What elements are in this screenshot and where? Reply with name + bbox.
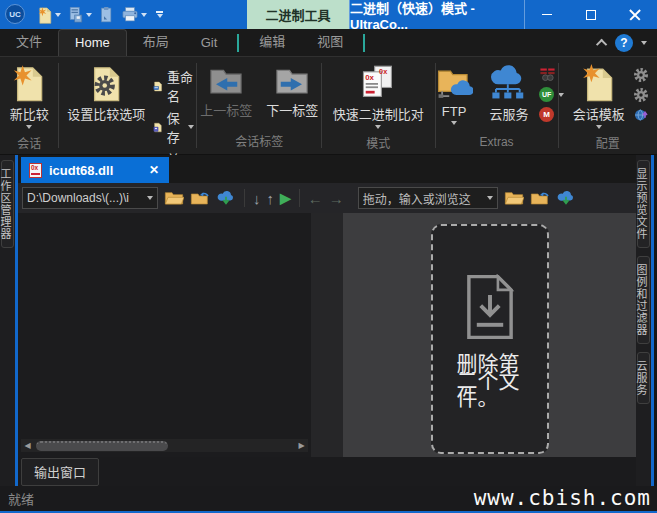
- tab-home[interactable]: Home: [58, 29, 127, 56]
- svg-text:0x: 0x: [379, 67, 387, 76]
- tab-file[interactable]: 文件: [0, 26, 58, 56]
- rename-button[interactable]: 重命名: [153, 67, 194, 105]
- dropdown-caret-icon: [141, 13, 147, 17]
- close-button[interactable]: [613, 0, 657, 29]
- cloud-services-button[interactable]: 云服务: [481, 61, 537, 126]
- tab-git[interactable]: Git: [185, 30, 234, 56]
- collapse-ribbon-icon[interactable]: [596, 39, 607, 50]
- app-logo-icon[interactable]: UC: [5, 4, 25, 24]
- copy-button[interactable]: [68, 6, 92, 24]
- gear-icon: [633, 67, 649, 83]
- ribbon-tab-bar: 文件 Home 布局 Git 编辑 视图 ?: [0, 29, 657, 57]
- left-file-panel[interactable]: ◀ ▶: [18, 213, 311, 457]
- double-caret-icon: [157, 14, 163, 18]
- compare-options-doc-icon: [89, 64, 123, 102]
- new-compare-button[interactable]: 新比较: [4, 61, 55, 132]
- document-tab-label: icudt68.dll: [49, 163, 113, 178]
- settings-button[interactable]: [633, 67, 649, 83]
- customize-toolbar-button[interactable]: [156, 11, 163, 18]
- tab-layout[interactable]: 布局: [127, 26, 185, 56]
- previous-difference-button[interactable]: ↓: [253, 191, 261, 206]
- prev-tab-folder-icon: [206, 64, 246, 98]
- quick-access-toolbar: [31, 0, 169, 29]
- tab-separator: [363, 34, 365, 52]
- session-template-doc-icon: [582, 64, 616, 102]
- compare-options-button[interactable]: 设置比较选项: [61, 61, 151, 126]
- paste-button[interactable]: [99, 6, 114, 24]
- titlebar: UC: [0, 0, 657, 29]
- cloud-services-tab[interactable]: 云服务: [637, 352, 650, 404]
- quick-binary-compare-button[interactable]: 0x 0x 快速二进制比对: [327, 61, 430, 132]
- dropzone-text: 删除第二个文件。: [457, 356, 523, 406]
- gear-icon: [633, 87, 649, 103]
- left-file-path-combo[interactable]: D:\Downloads\(...)\i: [22, 187, 158, 209]
- dropdown-caret-icon: [26, 125, 32, 129]
- legend-filter-tab[interactable]: 图例和过滤器: [637, 256, 650, 344]
- document-tab-active[interactable]: 0x icudt68.dll ✕: [21, 157, 169, 183]
- binary-compare-docs-icon: 0x 0x: [359, 64, 397, 102]
- minimize-button[interactable]: [525, 0, 569, 29]
- merge-right-button[interactable]: →: [329, 191, 344, 206]
- globe-upload-icon: [633, 107, 649, 123]
- dropdown-caret-icon: [55, 13, 61, 17]
- scrollbar-thumb[interactable]: [36, 441, 168, 451]
- new-compare-doc-icon: [12, 64, 46, 102]
- cloud-download-icon[interactable]: [216, 190, 236, 206]
- help-button[interactable]: ?: [615, 34, 633, 52]
- previous-tab-button[interactable]: 上一标签: [194, 61, 258, 122]
- next-difference-button[interactable]: ↑: [267, 191, 275, 206]
- ultracompare-window: UC: [0, 0, 657, 513]
- group-config: 会话模板: [559, 57, 657, 154]
- merge-left-button[interactable]: ←: [308, 191, 323, 206]
- cloud-network-icon: [487, 64, 531, 102]
- dropdown-caret-icon: [487, 196, 493, 200]
- binary-tools-window-tab[interactable]: 二进制工具: [247, 0, 349, 29]
- watermark-text: www.cbish.com: [474, 486, 651, 510]
- document-tab-bar: 0x icudt68.dll ✕: [18, 155, 636, 183]
- browse-folder-icon[interactable]: [504, 190, 524, 206]
- recent-folder-icon[interactable]: [190, 190, 210, 206]
- cloud-download-icon[interactable]: [556, 190, 576, 206]
- new-session-button[interactable]: [37, 6, 61, 24]
- scroll-left-icon[interactable]: ◀: [21, 439, 34, 452]
- output-window-tab[interactable]: 输出窗口: [21, 458, 99, 486]
- preview-file-tab[interactable]: 显示预览文件: [637, 160, 650, 248]
- panel-splitter[interactable]: [311, 213, 343, 457]
- file-dropzone[interactable]: 删除第二个文件。: [431, 224, 549, 454]
- group-current-session: 设置比较选项 重命名: [59, 57, 196, 154]
- compare-panels: ◀ ▶: [18, 213, 636, 457]
- m-badge-icon: M: [539, 107, 554, 122]
- group-mode: 0x 0x 快速二进制比对 模式: [322, 57, 435, 154]
- binary-file-icon: 0x: [29, 163, 42, 178]
- advanced-settings-button[interactable]: [633, 87, 649, 103]
- ftp-button[interactable]: FTP: [429, 61, 479, 128]
- horizontal-scrollbar[interactable]: ◀ ▶: [21, 439, 308, 452]
- scroll-right-icon[interactable]: ▶: [295, 439, 308, 452]
- ribbon: 新比较 会话 设置比较选项: [0, 57, 657, 155]
- window-title: 二进制（快速）模式 - UltraCo...: [349, 0, 525, 29]
- paste-document-icon: [99, 6, 114, 24]
- toolbar-separator: [299, 189, 300, 207]
- close-tab-icon[interactable]: ✕: [149, 163, 159, 177]
- maximize-button[interactable]: [569, 0, 613, 29]
- minimize-icon: [542, 14, 552, 16]
- browse-folder-icon[interactable]: [164, 190, 184, 206]
- tab-edit[interactable]: 编辑: [243, 26, 301, 56]
- workspace-manager-tab[interactable]: 工作区管理器: [1, 160, 14, 248]
- print-button[interactable]: [121, 6, 147, 23]
- group-session-tabs: 上一标签 下一标签 会话标签: [197, 57, 321, 154]
- group-extras: FTP 云服务: [436, 57, 558, 154]
- find-sessions-icon: [539, 67, 556, 82]
- sync-settings-button[interactable]: [633, 107, 649, 123]
- main-area: 工作区管理器 0x icudt68.dll ✕ D:\Downloads\(..…: [0, 155, 657, 486]
- save-session-button[interactable]: 保存: [153, 108, 194, 146]
- right-file-path-combo[interactable]: 拖动，输入或浏览这: [358, 187, 498, 209]
- next-tab-button[interactable]: 下一标签: [260, 61, 324, 122]
- dropdown-caret-icon[interactable]: [641, 41, 647, 45]
- session-template-button[interactable]: 会话模板: [567, 61, 631, 132]
- recent-folder-icon[interactable]: [530, 190, 550, 206]
- status-bar: 就绪 www.cbish.com: [0, 486, 657, 513]
- tab-view[interactable]: 视图: [301, 26, 359, 56]
- ribbon-right-controls: ?: [589, 34, 657, 56]
- start-compare-button[interactable]: ▶: [280, 191, 291, 205]
